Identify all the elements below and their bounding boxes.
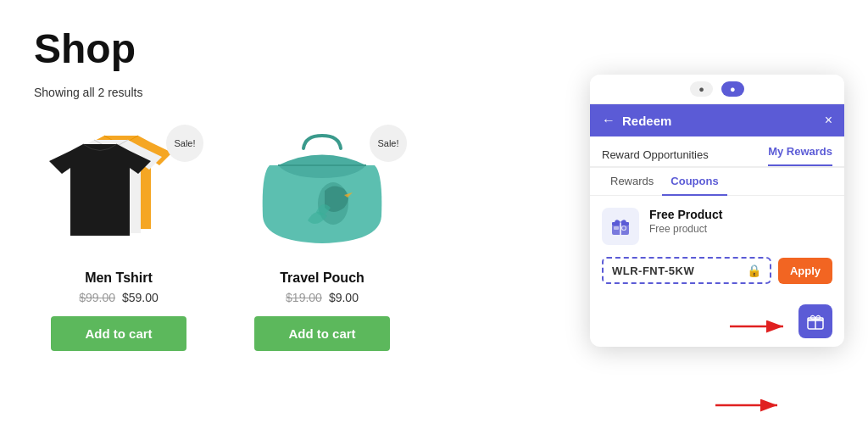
redeem-footer [590, 296, 844, 347]
reward-icon-box [602, 208, 639, 245]
redeem-subtabs: Rewards Coupons [590, 168, 844, 196]
coupon-input-wrap: WLR-FNT-5KW 🔒 [602, 257, 771, 284]
hint-pill-1: ● [690, 81, 713, 97]
coupon-code-text: WLR-FNT-5KW [612, 265, 743, 277]
back-arrow-icon[interactable]: ← [602, 113, 615, 128]
svg-rect-5 [614, 226, 619, 230]
reward-opportunities-tab[interactable]: Reward Opportunities [602, 148, 768, 163]
reward-name: Free Product [649, 208, 832, 221]
lock-icon: 🔒 [747, 264, 761, 277]
products-grid: Sale! [34, 125, 517, 351]
redeem-body: Free Product Free product WLR-FNT-5KW 🔒 … [590, 196, 844, 296]
redeem-header: ← Redeem × [590, 104, 844, 136]
close-button[interactable]: × [825, 114, 832, 127]
product-card-travel-pouch: Sale! [237, 125, 407, 351]
reward-info: Free Product Free product [649, 208, 832, 235]
redeem-header-left: ← Redeem [602, 113, 671, 128]
hint-pill-2: ● [721, 81, 744, 97]
subtab-coupons[interactable]: Coupons [662, 168, 726, 196]
sale-badge-1: Sale! [166, 125, 203, 162]
product-name-2: Travel Pouch [280, 270, 364, 286]
redeem-tabs-row: Reward Opportunities My Rewards [590, 136, 844, 168]
redeem-topbar-hint: ● ● [590, 75, 844, 104]
price-sale-2: $9.00 [329, 291, 359, 304]
price-sale-1: $59.00 [122, 291, 159, 304]
shop-section: Shop Showing all 2 results Sale! [0, 0, 551, 376]
reward-desc: Free product [649, 223, 832, 235]
product-card-men-tshirt: Sale! [34, 125, 203, 351]
my-rewards-tab[interactable]: My Rewards [768, 145, 832, 166]
subtab-rewards[interactable]: Rewards [602, 168, 662, 196]
sale-badge-2: Sale! [370, 125, 407, 162]
coupon-row: WLR-FNT-5KW 🔒 Apply [602, 257, 832, 284]
results-count: Showing all 2 results [34, 86, 517, 99]
free-product-icon [609, 215, 632, 237]
price-original-2: $19.00 [286, 291, 322, 304]
redeem-title: Redeem [622, 114, 671, 128]
gift-icon [806, 312, 825, 331]
product-name-1: Men Tshirt [85, 270, 153, 286]
add-to-cart-button-2[interactable]: Add to cart [254, 316, 390, 351]
add-to-cart-button-1[interactable]: Add to cart [51, 316, 186, 351]
product-prices-1: $99.00 $59.00 [79, 291, 159, 304]
gift-icon-button[interactable] [798, 304, 832, 338]
reward-item: Free Product Free product [602, 208, 832, 245]
product-prices-2: $19.00 $9.00 [286, 291, 359, 304]
page-title: Shop [34, 25, 517, 72]
apply-button[interactable]: Apply [778, 258, 832, 284]
redeem-widget: ● ● ← Redeem × Reward Opportunities My R… [590, 75, 844, 347]
price-original-1: $99.00 [79, 291, 115, 304]
gift-arrow-annotation [711, 393, 787, 418]
